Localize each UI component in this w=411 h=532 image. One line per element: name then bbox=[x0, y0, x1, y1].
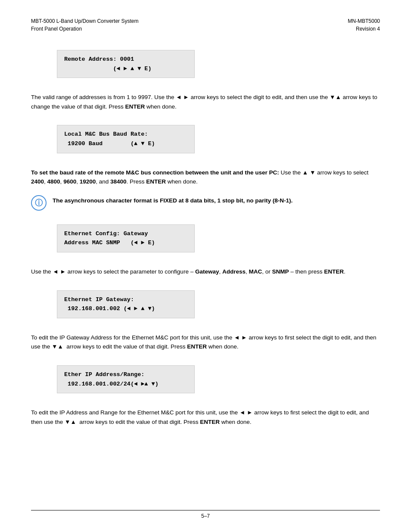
code-box-eth-gateway: Ethernet IP Gateway: 192.168.001.002 (◄ … bbox=[57, 290, 195, 318]
header-subtitle: Front Panel Operation bbox=[31, 25, 138, 33]
header-revision: Revision 4 bbox=[348, 25, 380, 33]
note-icon: ⓘ bbox=[31, 195, 47, 211]
code-box-eth-config: Ethernet Config: Gateway Address MAC SNM… bbox=[57, 224, 195, 252]
code-box-remote-address: Remote Address: 0001 (◄ ► ▲ ▼ E) bbox=[57, 50, 195, 78]
code-box-wrapper-remote-address: Remote Address: 0001 (◄ ► ▲ ▼ E) bbox=[31, 50, 380, 86]
header-left: MBT-5000 L-Band Up/Down Converter System… bbox=[31, 17, 138, 33]
section-ethernet-config: Ethernet Config: Gateway Address MAC SNM… bbox=[31, 224, 380, 277]
note-box-baud: ⓘ The asynchronous character format is F… bbox=[31, 195, 380, 211]
page-footer: 5–7 bbox=[31, 510, 380, 519]
page-header: MBT-5000 L-Band Up/Down Converter System… bbox=[31, 17, 380, 33]
code-box-wrapper-baud: Local M&C Bus Baud Rate: 19200 Baud (▲ ▼… bbox=[31, 125, 380, 161]
section-local-baud: Local M&C Bus Baud Rate: 19200 Baud (▲ ▼… bbox=[31, 125, 380, 210]
header-title: MBT-5000 L-Band Up/Down Converter System bbox=[31, 17, 138, 25]
note-text-baud: The asynchronous character format is FIX… bbox=[53, 195, 293, 205]
code-box-baud: Local M&C Bus Baud Rate: 19200 Baud (▲ ▼… bbox=[57, 125, 195, 153]
section-eth-gateway: Ethernet IP Gateway: 192.168.001.002 (◄ … bbox=[31, 290, 380, 352]
para-eth-config: Use the ◄ ► arrow keys to select the par… bbox=[31, 267, 380, 277]
code-box-wrapper-eth-config: Ethernet Config: Gateway Address MAC SNM… bbox=[31, 224, 380, 260]
code-box-eth-ip-range: Ether IP Address/Range: 192.168.001.002/… bbox=[57, 365, 195, 393]
para-eth-gateway: To edit the IP Gateway Address for the E… bbox=[31, 333, 380, 352]
page: MBT-5000 L-Band Up/Down Converter System… bbox=[0, 0, 411, 532]
section-remote-address: Remote Address: 0001 (◄ ► ▲ ▼ E) The val… bbox=[31, 50, 380, 111]
code-box-wrapper-eth-ip-range: Ether IP Address/Range: 192.168.001.002/… bbox=[31, 365, 380, 401]
page-number: 5–7 bbox=[201, 513, 210, 519]
para-eth-ip-range: To edit the IP Address and Range for the… bbox=[31, 408, 380, 426]
header-doc-num: MN-MBT5000 bbox=[348, 17, 380, 25]
code-box-wrapper-eth-gateway: Ethernet IP Gateway: 192.168.001.002 (◄ … bbox=[31, 290, 380, 326]
para-remote-address: The valid range of addresses is from 1 t… bbox=[31, 93, 380, 111]
header-right: MN-MBT5000 Revision 4 bbox=[348, 17, 380, 33]
section-eth-ip-range: Ether IP Address/Range: 192.168.001.002/… bbox=[31, 365, 380, 426]
para-baud: To set the baud rate of the remote M&C b… bbox=[31, 168, 380, 187]
